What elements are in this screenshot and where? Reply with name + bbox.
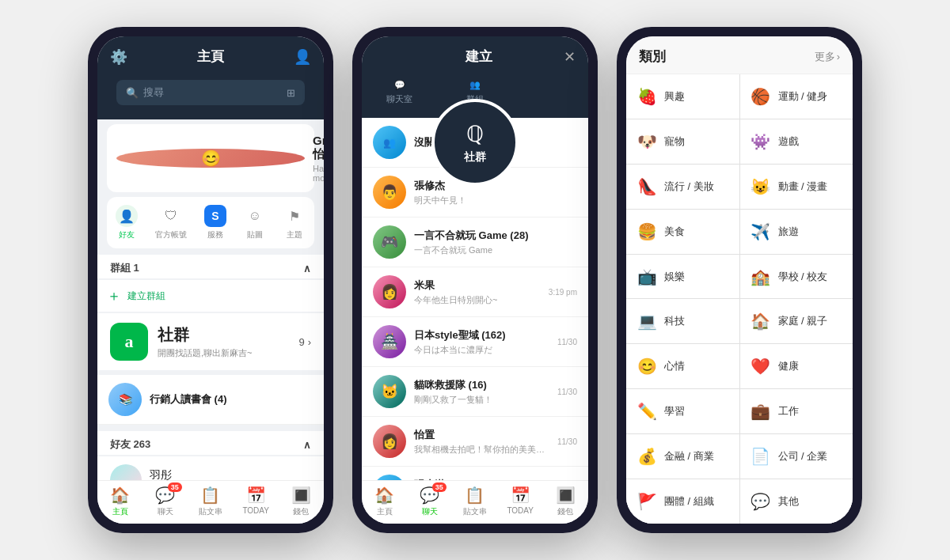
social-circle[interactable]: ℚ 社群	[431, 99, 519, 186]
more-button[interactable]: 更多 ›	[815, 50, 840, 64]
category-item-12[interactable]: 😊 心情	[626, 344, 739, 388]
p2-bottom-nav-wallet[interactable]: 🔳 錢包	[545, 486, 585, 517]
profile-card[interactable]: 😊 Grace 怡置 Happy moment Keep	[107, 124, 314, 192]
chat-info-2: 一言不合就玩 Game (28) 一言不合就玩 Game	[414, 229, 577, 256]
chat-item-2[interactable]: 🎮 一言不合就玩 Game (28) 一言不合就玩 Game	[362, 218, 588, 267]
category-icon-3: 👾	[750, 132, 772, 151]
tab-chatroom[interactable]: 💬 聊天室	[362, 74, 437, 112]
category-label-3: 遊戲	[778, 134, 799, 149]
categories-grid: 🍓 興趣 🏀 運動 / 健身 🐶 寵物 👾 遊戲 👠 流行 /	[626, 74, 853, 524]
p2-bottom-nav-chat[interactable]: 💬 35 聊天	[410, 486, 450, 517]
chat-avatar-5: 🐱	[373, 375, 406, 408]
bottom-nav-wallet[interactable]: 🔳 錢包	[281, 486, 321, 517]
category-item-3[interactable]: 👾 遊戲	[740, 119, 853, 164]
p2-bottom-nav-home[interactable]: 🏠 主頁	[365, 486, 405, 517]
nav-item-friends[interactable]: 👤 好友	[116, 205, 138, 240]
category-item-15[interactable]: 💼 工作	[740, 389, 853, 433]
chat-avatar-7: 👩	[373, 475, 406, 480]
chat-name-3: 米果	[414, 278, 541, 293]
avatar: 😊	[116, 149, 305, 168]
nav-item-service[interactable]: S 服務	[204, 205, 226, 240]
p2-bottom-nav-chat-label: 聊天	[422, 506, 438, 517]
chatroom-tab-label: 聊天室	[386, 93, 412, 105]
nav-label-stickers: 貼圖	[247, 229, 263, 240]
category-item-2[interactable]: 🐶 寵物	[626, 119, 739, 164]
category-icon-12: 😊	[636, 357, 658, 376]
nav-label-theme: 主題	[287, 229, 302, 240]
category-icon-14: ✏️	[636, 402, 658, 421]
category-item-18[interactable]: 🚩 團體 / 組織	[626, 479, 739, 524]
nav-item-official[interactable]: 🛡 官方帳號	[155, 205, 187, 240]
search-placeholder: 搜尋	[143, 85, 164, 100]
category-icon-17: 📄	[750, 447, 772, 466]
social-card[interactable]: a 社群 開團找話題,聊出新麻吉~ 9 ›	[97, 313, 324, 370]
scan-icon[interactable]: ⊞	[287, 87, 295, 99]
service-icon: S	[204, 205, 226, 227]
category-item-16[interactable]: 💰 金融 / 商業	[626, 434, 739, 479]
category-item-8[interactable]: 📺 娛樂	[626, 255, 739, 299]
marketing-group-item[interactable]: 📚 行銷人讀書會 (4)	[97, 375, 324, 425]
phone1-header: ⚙️ 主頁 👤	[97, 36, 324, 74]
category-item-14[interactable]: ✏️ 學習	[626, 389, 739, 433]
category-icon-11: 🏠	[750, 312, 772, 331]
category-label-16: 金融 / 商業	[664, 449, 714, 464]
category-item-7[interactable]: ✈️ 旅遊	[740, 210, 853, 254]
p2-bottom-nav-home-label: 主頁	[377, 506, 393, 517]
p2-bottom-nav-posts[interactable]: 📋 貼文串	[455, 486, 495, 517]
nav-item-theme[interactable]: ⚑ 主題	[283, 205, 306, 240]
category-label-1: 運動 / 健身	[778, 89, 828, 104]
category-item-19[interactable]: 💬 其他	[740, 479, 853, 524]
bottom-nav-today[interactable]: 📅 TODAY	[236, 486, 276, 517]
search-bar[interactable]: 🔍 搜尋 ⊞	[116, 80, 305, 105]
category-label-5: 動畫 / 漫畫	[778, 180, 828, 194]
p2-chat-badge: 35	[432, 482, 446, 492]
chat-item-3[interactable]: 👩 米果 今年他生日特別開心~ 3:19 pm	[362, 267, 588, 317]
chat-item-4[interactable]: 🏯 日本style聖域 (162) 今日は本当に濃厚だ 11/30	[362, 317, 588, 367]
build-group-item[interactable]: ＋ 建立群組	[97, 280, 324, 312]
category-icon-6: 🍔	[636, 222, 658, 241]
gear-icon[interactable]: ⚙️	[110, 48, 127, 66]
phone2-tabs: 💬 聊天室 👥 群組 a ℚ 社群	[362, 74, 588, 118]
category-item-13[interactable]: ❤️ 健康	[740, 344, 853, 388]
chat-info-3: 米果 今年他生日特別開心~	[414, 278, 541, 306]
official-icon: 🛡	[160, 205, 182, 227]
category-label-13: 健康	[778, 359, 799, 373]
chat-item-7[interactable]: 👩 張小淇 今年他生日特別開心~ 11/30	[362, 467, 588, 480]
category-icon-19: 💬	[750, 492, 772, 511]
category-item-17[interactable]: 📄 公司 / 企業	[740, 434, 853, 479]
chat-item-5[interactable]: 🐱 貓咪救援隊 (16) 剛剛又救了一隻貓！ 11/30	[362, 367, 588, 417]
category-item-4[interactable]: 👠 流行 / 美妝	[626, 165, 739, 209]
social-icon: a	[110, 323, 148, 361]
bottom-nav-home[interactable]: 🏠 主頁	[101, 486, 140, 517]
friend-name-0: 羽彤	[150, 468, 311, 481]
category-item-1[interactable]: 🏀 運動 / 健身	[740, 74, 853, 119]
groups-title: 群組 1	[110, 261, 139, 275]
chat-avatar-6: 👩	[373, 425, 406, 458]
person-icon[interactable]: 👤	[294, 48, 311, 66]
phone-1-screen: ⚙️ 主頁 👤 🔍 搜尋 ⊞ 😊 Grace 怡置 Happy m	[97, 36, 324, 524]
chat-item-6[interactable]: 👩 怡置 我幫相機去拍吧！幫你拍的美美的~ 11/30	[362, 417, 588, 467]
chat-time-5: 11/30	[557, 388, 577, 396]
category-item-10[interactable]: 💻 科技	[626, 299, 739, 343]
plus-icon: ＋	[107, 286, 121, 305]
chevron-right-icon: ›	[308, 336, 311, 348]
bottom-nav-chat-label: 聊天	[158, 506, 173, 517]
p2-bottom-nav-today[interactable]: 📅 TODAY	[500, 486, 540, 517]
nav-label-official: 官方帳號	[155, 229, 187, 240]
category-label-2: 寵物	[664, 134, 685, 149]
category-item-0[interactable]: 🍓 興趣	[626, 74, 739, 119]
nav-item-stickers[interactable]: ☺ 貼圖	[244, 205, 266, 240]
category-item-11[interactable]: 🏠 家庭 / 親子	[740, 299, 853, 343]
phone1-bottom-nav: 🏠 主頁 💬 35 聊天 📋 貼文串 📅 TODAY 🔳	[97, 480, 324, 524]
category-item-9[interactable]: 🏫 學校 / 校友	[740, 255, 853, 299]
close-icon[interactable]: ✕	[564, 48, 576, 66]
bottom-nav-today-label: TODAY	[242, 506, 269, 515]
category-item-6[interactable]: 🍔 美食	[626, 210, 739, 254]
wallet-icon: 🔳	[291, 486, 311, 505]
p2-wallet-icon: 🔳	[556, 486, 576, 505]
p2-bottom-nav-posts-label: 貼文串	[463, 506, 487, 517]
friend-item-0[interactable]: 羽彤 The pot calls the kettle black.	[97, 456, 324, 480]
bottom-nav-posts[interactable]: 📋 貼文串	[191, 486, 230, 517]
bottom-nav-chat[interactable]: 💬 35 聊天	[146, 486, 185, 517]
category-item-5[interactable]: 😺 動畫 / 漫畫	[740, 165, 853, 209]
